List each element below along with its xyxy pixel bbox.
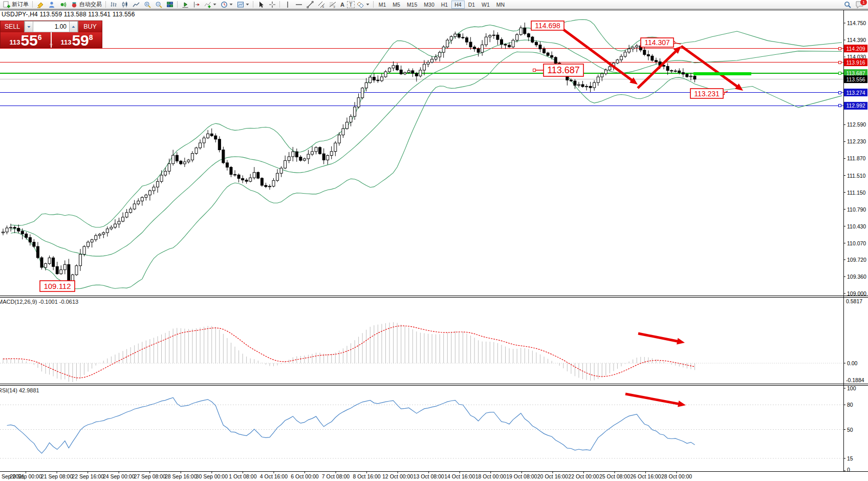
chart-window[interactable]: 0.58170.00-0.18841008050150114.750114.39… — [0, 0, 868, 481]
auto-scroll-button[interactable] — [180, 1, 190, 9]
community-icon — [48, 1, 55, 8]
svg-text:18 Oct 00:00: 18 Oct 00:00 — [475, 473, 506, 479]
toolbar: 新订单 自动交易 E F A T M1 M5 M15 M30 H1 H4 D1 … — [0, 0, 868, 9]
trendline-tool-button[interactable] — [305, 1, 315, 9]
separator — [32, 1, 33, 8]
chat-button[interactable]: 1 — [855, 1, 865, 9]
volume-decrease-button[interactable] — [25, 21, 33, 32]
macd-panel[interactable]: 0.58170.00-0.1884 — [0, 298, 864, 383]
svg-text:25 Oct 08:00: 25 Oct 08:00 — [599, 473, 630, 479]
indicators-button[interactable] — [202, 1, 218, 9]
timeframe-m5[interactable]: M5 — [389, 1, 403, 9]
chart-line-button[interactable] — [131, 1, 141, 9]
chart-shift-button[interactable] — [191, 1, 202, 9]
dropdown-arrow-icon — [366, 1, 370, 8]
rsi-panel[interactable]: 1008050150 — [0, 385, 856, 473]
svg-text:14 Oct 16:00: 14 Oct 16:00 — [444, 473, 475, 479]
volume-increase-button[interactable] — [69, 21, 78, 32]
chart-candles-button[interactable] — [119, 1, 130, 9]
cursor-button[interactable] — [255, 1, 266, 9]
chart-shift-icon — [192, 1, 200, 8]
one-click-trading-panel: SELL 1.00 BUY 113 55 6 113 59 8 ◇ — [0, 20, 102, 48]
svg-text:24 Sep 00:00: 24 Sep 00:00 — [103, 473, 135, 479]
svg-text:12 Oct 00:00: 12 Oct 00:00 — [382, 473, 413, 479]
timeframe-m30[interactable]: M30 — [421, 1, 437, 9]
price-annotation[interactable]: 114.307 — [641, 38, 674, 47]
timeframe-w1[interactable]: W1 — [479, 1, 493, 9]
svg-text:109.112: 109.112 — [44, 282, 71, 290]
svg-text:19 Oct 08:00: 19 Oct 08:00 — [506, 473, 537, 479]
fibonacci-icon: F — [329, 1, 336, 8]
svg-text:80: 80 — [847, 402, 853, 408]
timeframe-mn[interactable]: MN — [493, 1, 508, 9]
separator — [105, 1, 106, 8]
zoom-in-button[interactable] — [142, 1, 153, 9]
volume-input[interactable]: 1.00 — [33, 21, 69, 32]
template-icon — [236, 1, 244, 8]
svg-text:0.00: 0.00 — [847, 360, 858, 366]
new-order-icon — [3, 1, 10, 8]
svg-text:113.916: 113.916 — [846, 59, 865, 66]
price-annotation[interactable]: 109.112 — [40, 281, 75, 291]
timeframe-h4[interactable]: H4 — [451, 1, 464, 9]
tile-windows-icon — [166, 1, 173, 8]
svg-text:4 Oct 16:00: 4 Oct 16:00 — [260, 473, 288, 479]
price-axis[interactable]: 114.750114.390114.030112.590112.230111.8… — [843, 20, 867, 297]
timeframe-m15[interactable]: M15 — [404, 1, 420, 9]
highlighter-button[interactable] — [35, 1, 46, 9]
fibonacci-tool-button[interactable]: F — [327, 1, 338, 9]
svg-text:113.556: 113.556 — [846, 76, 865, 82]
svg-text:6 Oct 00:00: 6 Oct 00:00 — [291, 473, 318, 479]
new-order-label: 新订单 — [12, 1, 29, 8]
price-annotation[interactable]: 113.231 — [690, 89, 723, 98]
svg-text:112.590: 112.590 — [847, 121, 866, 128]
chart-bars-button[interactable] — [108, 1, 119, 9]
volume-control: 1.00 — [24, 21, 78, 32]
rsi-label: RSI(14) 42.9881 — [0, 387, 39, 393]
templates-button[interactable] — [235, 1, 251, 9]
vline-tool-button[interactable] — [282, 1, 293, 9]
svg-text:114.750: 114.750 — [847, 20, 866, 26]
svg-text:26 Oct 16:00: 26 Oct 16:00 — [630, 473, 661, 479]
ask-price[interactable]: 113 59 8 — [52, 32, 102, 48]
svg-text:113.231: 113.231 — [694, 90, 720, 98]
crosshair-button[interactable] — [267, 1, 277, 9]
search-icon[interactable] — [843, 1, 851, 9]
shapes-tool-button[interactable] — [355, 1, 371, 9]
svg-text:114.307: 114.307 — [644, 38, 670, 47]
price-annotation[interactable]: 113.687 — [544, 64, 583, 76]
svg-text:21 Sep 08:00: 21 Sep 08:00 — [41, 473, 73, 479]
svg-text:114.698: 114.698 — [535, 22, 560, 30]
timeframe-m1[interactable]: M1 — [376, 1, 389, 9]
svg-text:0.5817: 0.5817 — [846, 298, 862, 304]
timeframe-d1[interactable]: D1 — [465, 1, 478, 9]
channel-tool-button[interactable]: E — [316, 1, 327, 9]
community-button[interactable] — [46, 1, 57, 9]
hline-tool-button[interactable] — [293, 1, 304, 9]
macd-label: MACD(12,26,9) -0.1001 -0.0613 — [0, 299, 78, 305]
chart-annotations[interactable]: 114.698114.307113.687113.231109.112 — [40, 21, 751, 407]
svg-text:111.150: 111.150 — [847, 190, 866, 196]
periods-button[interactable] — [219, 1, 234, 9]
timeframe-h1[interactable]: H1 — [438, 1, 451, 9]
bid-price[interactable]: 113 55 6 — [1, 32, 51, 48]
ask-big-digits: 59 — [72, 34, 89, 47]
price-annotation[interactable]: 114.698 — [531, 21, 564, 30]
svg-text:7 Oct 08:00: 7 Oct 08:00 — [322, 473, 350, 479]
bid-pip-digit: 6 — [38, 33, 42, 41]
time-axis[interactable]: Sep 202120 Sep 00:0021 Sep 08:0022 Sep 1… — [2, 471, 692, 479]
broadcast-button[interactable] — [57, 1, 68, 9]
tile-windows-button[interactable] — [164, 1, 175, 9]
label-tool-button[interactable]: T — [347, 1, 355, 8]
svg-text:113.687: 113.687 — [846, 70, 865, 76]
spread-marker: ◇ — [50, 42, 53, 47]
zoom-out-button[interactable] — [153, 1, 164, 9]
svg-text:111.510: 111.510 — [847, 173, 866, 179]
new-order-button[interactable]: 新订单 — [1, 1, 30, 9]
autotrade-button[interactable]: 自动交易 — [69, 1, 103, 9]
hline-icon — [295, 1, 302, 8]
sell-button[interactable]: SELL — [1, 21, 24, 32]
svg-text:22 Sep 16:00: 22 Sep 16:00 — [72, 473, 104, 479]
buy-button[interactable]: BUY — [78, 21, 102, 32]
text-tool-button[interactable]: A — [338, 2, 346, 8]
